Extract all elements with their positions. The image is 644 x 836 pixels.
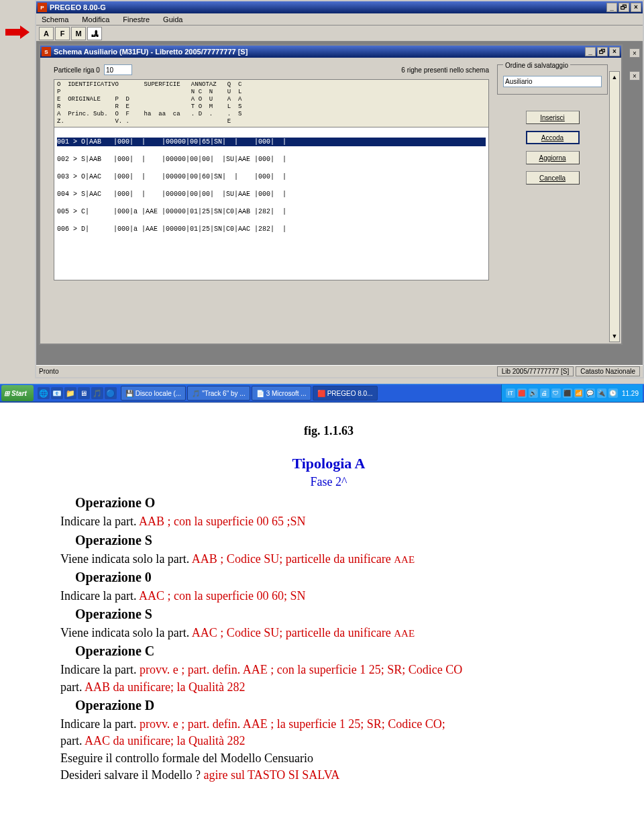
toolbar-image-icon[interactable]: 🏞 [87,27,102,40]
app-window: P PREGEO 8.00-G _ 🗗 × Schema Modifica Fi… [35,0,644,378]
tray-clock[interactable]: 11.29 [622,390,639,397]
tray-3[interactable]: 🖨 [540,388,549,398]
grid-row-3[interactable]: 003 > O|AAC |000| | |00000|00|60|SN| | |… [57,172,486,181]
ordine-input[interactable] [503,76,602,87]
menubar: Schema Modifica Finestre Guida [36,13,643,25]
righe-note: 6 righe presenti nello schema [401,66,489,74]
statusbar: Pronto Lib 2005/77777777 [S] Catasto Naz… [36,365,643,377]
ql-5[interactable]: 🎵 [91,387,103,399]
particelle-label: Particelle riga 0 [54,66,100,74]
tipologia-heading: Tipologia A [60,454,597,474]
child-body: Particelle riga 0 6 righe presenti nello… [40,58,621,344]
toolbar: A F M 🏞 [36,25,643,42]
tray-lang[interactable]: IT [506,388,515,398]
windows-icon: ⊞ [4,390,9,397]
toolbar-f[interactable]: F [55,27,70,40]
ordine-fieldset: Ordine di salvataggio [497,64,608,95]
scroll-up-icon[interactable]: ▲ [610,72,619,83]
op-d-heading: Operazione D [75,696,597,715]
footer-1: Eseguire il controllo formale del Modell… [60,750,597,766]
task-4[interactable]: 🟥PREGEO 8.0... [313,386,378,401]
figure-label: fig. 1.1.63 [60,423,597,439]
child-icon: S [42,47,51,56]
mdi-close-icon[interactable]: × [629,48,640,58]
status-left: Pronto [39,368,58,375]
ql-6[interactable]: 🔵 [105,387,117,399]
status-mid: Lib 2005/77777777 [S] [497,366,574,376]
task-3[interactable]: 📄3 Microsoft ... [252,386,311,401]
ql-1[interactable]: 🌐 [38,387,50,399]
data-grid[interactable]: O IDENTIFICATIVO SUPERFICIE ANNOTAZ Q C … [54,79,489,280]
inserisci-button[interactable]: Inserisci [526,111,580,124]
grid-body: 001 > O|AAB |000| | |00000|00|65|SN| | |… [54,127,488,252]
minimize-button[interactable]: _ [606,3,617,12]
ql-2[interactable]: 📧 [51,387,63,399]
start-button[interactable]: ⊞ Start [1,385,34,401]
grid-row-6[interactable]: 006 > D| |000|a |AAE |00000|01|25|SN|C0|… [57,225,486,233]
op-o-heading: Operazione O [75,494,597,512]
tray-6[interactable]: 📶 [574,388,584,398]
tray-2[interactable]: 🔊 [529,388,538,398]
scroll-down-icon[interactable]: ▼ [610,331,619,342]
menu-guida[interactable]: Guida [160,15,185,24]
system-tray: IT 🟥 🔊 🖨 🛡 ⬛ 📶 💬 🔌 🕒 11.29 [501,384,643,402]
toolbar-a[interactable]: A [39,27,54,40]
task-1[interactable]: 💾Disco locale (... [121,386,186,401]
ql-3[interactable]: 📁 [64,387,76,399]
ordine-legend: Ordine di salvataggio [503,62,570,69]
accoda-button[interactable]: Accoda [526,131,580,144]
grid-header: O IDENTIFICATIVO SUPERFICIE ANNOTAZ Q C … [54,80,488,127]
callout-arrow [5,25,32,39]
mdi-area: × × S Schema Ausiliario (M31FU) - Libret… [36,42,643,365]
op-0-heading: Operazione 0 [75,568,597,586]
menu-modifica[interactable]: Modifica [79,15,112,24]
task-2[interactable]: 🎵"Track 6" by ... [187,386,250,401]
op-s1-heading: Operazione S [75,531,597,550]
op-s2-heading: Operazione S [75,605,597,623]
app-titlebar: P PREGEO 8.00-G _ 🗗 × [36,1,643,13]
particelle-input[interactable] [104,64,132,75]
mdi-extra-controls: × × [629,48,640,81]
fase-heading: Fase 2^ [60,474,597,490]
tray-7[interactable]: 💬 [586,388,595,398]
grid-row-1[interactable]: 001 > O|AAB |000| | |00000|00|65|SN| | |… [57,138,486,146]
child-close[interactable]: × [609,47,620,56]
tray-8[interactable]: 🔌 [597,388,606,398]
tray-9[interactable]: 🕒 [608,388,618,398]
aggiorna-button[interactable]: Aggiorna [526,151,580,164]
mdi-close-icon-2[interactable]: × [629,71,640,81]
child-titlebar: S Schema Ausiliario (M31FU) - Libretto 2… [40,46,621,58]
quicklaunch: 🌐 📧 📁 🖥 🎵 🔵 [38,387,117,399]
status-right: Catasto Nazionale [576,366,640,376]
menu-schema[interactable]: Schema [39,15,71,24]
child-title: Schema Ausiliario (M31FU) - Libretto 200… [54,48,248,56]
op-c-heading: Operazione C [75,642,597,660]
tray-1[interactable]: 🟥 [517,388,527,398]
ql-4[interactable]: 🖥 [78,387,90,399]
document-body: fig. 1.1.63 Tipologia A Fase 2^ Operazio… [0,403,644,824]
desktop: P PREGEO 8.00-G _ 🗗 × Schema Modifica Fi… [0,0,644,403]
close-button[interactable]: × [631,3,641,12]
menu-finestre[interactable]: Finestre [120,15,152,24]
cancella-button[interactable]: Cancella [526,171,580,185]
child-min[interactable]: _ [585,47,596,56]
child-max[interactable]: 🗗 [597,47,608,56]
task-buttons: 💾Disco locale (... 🎵"Track 6" by ... 📄3 … [121,386,500,401]
tray-4[interactable]: 🛡 [551,388,561,398]
grid-row-4[interactable]: 004 > S|AAC |000| | |00000|00|00| |SU|AA… [57,190,486,199]
grid-row-2[interactable]: 002 > S|AAB |000| | |00000|00|00| |SU|AA… [57,155,486,164]
scrollbar[interactable]: ▲ ▼ [609,71,620,342]
grid-row-5[interactable]: 005 > C| |000|a |AAE |00000|01|25|SN|C0|… [57,207,486,216]
child-window: S Schema Ausiliario (M31FU) - Libretto 2… [39,44,623,345]
app-title: PREGEO 8.00-G [50,3,106,11]
tray-5[interactable]: ⬛ [563,388,572,398]
app-icon: P [38,3,47,12]
toolbar-m[interactable]: M [71,27,86,40]
maximize-button[interactable]: 🗗 [619,3,629,12]
taskbar: ⊞ Start 🌐 📧 📁 🖥 🎵 🔵 💾Disco locale (... 🎵… [0,384,644,403]
